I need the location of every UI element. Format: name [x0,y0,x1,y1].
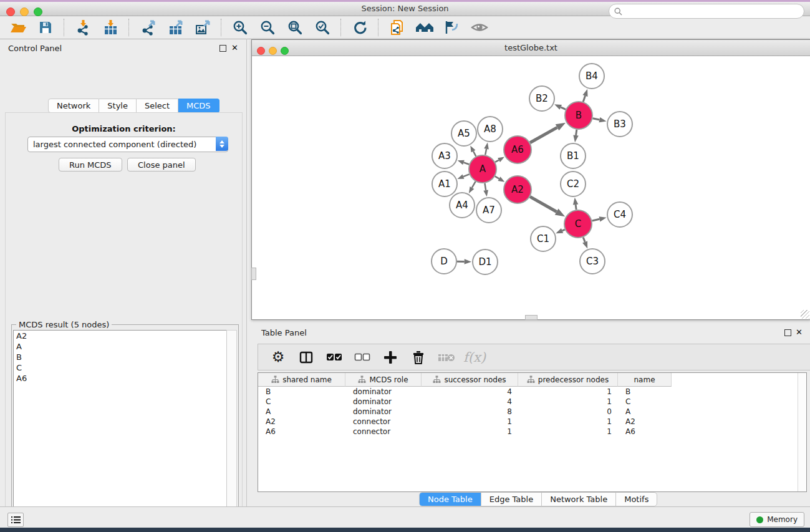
search-input[interactable] [625,6,799,16]
select-stepper-icon[interactable] [216,137,228,151]
graph-edge-A-A5[interactable] [470,145,476,156]
tab-network-table[interactable]: Network Table [541,493,615,506]
graph-node-A1[interactable]: A1 [432,172,457,196]
export-image-icon[interactable] [193,19,212,36]
float-panel-icon[interactable] [784,329,791,336]
graph-edge-B-B4[interactable] [582,89,587,102]
columns-icon[interactable] [297,349,315,366]
criterion-select[interactable]: largest connected component (directed) [27,137,228,152]
zoom-selected-icon[interactable] [313,19,332,36]
graph-node-B3[interactable]: B3 [607,112,632,137]
resize-grip[interactable] [801,310,809,319]
table-scrollbar[interactable] [798,373,806,491]
close-panel-icon[interactable]: ✕ [231,43,238,52]
graph-edge-A-A8[interactable] [484,143,489,155]
graph-edge-D-D1[interactable] [457,259,471,264]
graph-edge-A-A7[interactable] [483,183,488,197]
mcds-result-list[interactable]: A2ABCA6 [13,330,229,532]
table-row[interactable]: Bdominator41B [258,387,806,397]
graph-edge-B-B1[interactable] [573,130,578,142]
graph-node-C4[interactable]: C4 [607,202,632,227]
save-session-icon[interactable] [36,19,55,36]
graph-node-A7[interactable]: A7 [476,198,501,223]
task-history-button[interactable] [7,513,24,527]
float-panel-icon[interactable] [219,45,226,52]
zoom-in-icon[interactable] [231,19,249,36]
graph-edge-A-A1[interactable] [457,174,469,179]
graph-node-D[interactable]: D [432,249,456,274]
clone-network-icon[interactable] [388,19,407,36]
result-item[interactable]: A6 [14,373,228,384]
graph-node-B[interactable]: B [565,102,592,129]
maximize-window-icon[interactable] [281,47,289,55]
column-header-successor-nodes[interactable]: successor nodes [422,373,518,387]
delete-column-icon[interactable] [410,349,427,366]
minimize-window-icon[interactable] [20,7,29,16]
close-window-icon[interactable] [6,7,15,16]
graph-node-A[interactable]: A [469,155,496,183]
table-row[interactable]: A2connector11A2 [258,417,806,427]
graph-edge-B-B2[interactable] [554,104,566,110]
graph-node-C3[interactable]: C3 [580,249,605,274]
canvas-left-handle[interactable] [251,268,256,280]
result-item[interactable]: C [14,362,228,373]
column-header-shared-name[interactable]: shared name [258,373,345,387]
search-box[interactable] [609,4,804,19]
open-session-icon[interactable] [9,19,27,36]
tab-style[interactable]: Style [99,99,137,113]
graph-edge-B-B3[interactable] [592,117,606,122]
graph-node-A4[interactable]: A4 [450,193,475,218]
column-header-MCDS-role[interactable]: MCDS role [345,373,422,387]
result-item[interactable]: A [14,341,228,352]
graph-edge-A-A6[interactable] [495,157,504,162]
graph-edge-C-C1[interactable] [556,228,565,233]
deselect-all-icon[interactable] [354,349,371,366]
network-canvas[interactable]: B4B2BB3A5A8A6A3B1AA1C2A2A4A7C4CC1C3DD1 [252,56,809,319]
minimize-window-icon[interactable] [269,47,277,55]
tab-edge-table[interactable]: Edge Table [481,493,541,506]
graph-node-A2[interactable]: A2 [504,176,531,203]
result-item[interactable]: A2 [14,331,228,341]
column-header-predecessor-nodes[interactable]: predecessor nodes [518,373,618,387]
import-table-icon[interactable] [101,19,120,36]
graph-node-A5[interactable]: A5 [451,121,476,146]
graph-node-C1[interactable]: C1 [531,226,556,251]
graph-edge-C-C4[interactable] [592,216,606,221]
graph-node-C2[interactable]: C2 [561,172,586,196]
table-row[interactable]: Adominator80A [258,407,806,417]
graph-edge-A-A2[interactable] [495,177,505,182]
graph-node-C[interactable]: C [564,210,592,238]
run-mcds-button[interactable]: Run MCDS [59,158,122,172]
close-panel-button[interactable]: Close panel [127,158,196,172]
result-scrollbar[interactable] [226,330,237,532]
import-network-icon[interactable] [74,19,92,36]
network-window-titlebar[interactable]: testGlobe.txt [252,40,810,56]
settings-icon[interactable]: ⚙ [269,349,287,366]
graph-edge-A6-B[interactable] [530,123,566,143]
home-icon[interactable] [415,19,434,36]
column-header-name[interactable]: name [618,373,672,387]
tab-network[interactable]: Network [48,99,99,113]
zoom-fit-icon[interactable] [286,19,304,36]
eye-icon[interactable] [470,19,489,36]
close-window-icon[interactable] [257,47,265,55]
graph-edge-A-A3[interactable] [458,160,469,165]
export-network-icon[interactable] [138,19,157,36]
tab-select[interactable]: Select [137,99,178,113]
graph-edge-C-C3[interactable] [582,237,587,248]
select-all-icon[interactable] [325,349,343,366]
tab-mcds[interactable]: MCDS [178,99,219,113]
result-item[interactable]: B [14,352,228,362]
tab-node-table[interactable]: Node Table [420,493,481,506]
graph-node-B4[interactable]: B4 [579,64,604,89]
canvas-bottom-handle[interactable] [525,315,538,320]
export-table-icon[interactable] [166,19,185,36]
table-row[interactable]: A6connector11A6 [258,427,806,437]
tab-motifs[interactable]: Motifs [615,493,657,506]
graph-node-D1[interactable]: D1 [473,249,498,274]
refresh-icon[interactable] [350,19,369,36]
maximize-window-icon[interactable] [34,7,42,16]
graph-node-B1[interactable]: B1 [561,143,586,168]
graphics-details-icon[interactable] [443,19,461,36]
graph-node-B2[interactable]: B2 [529,86,554,111]
